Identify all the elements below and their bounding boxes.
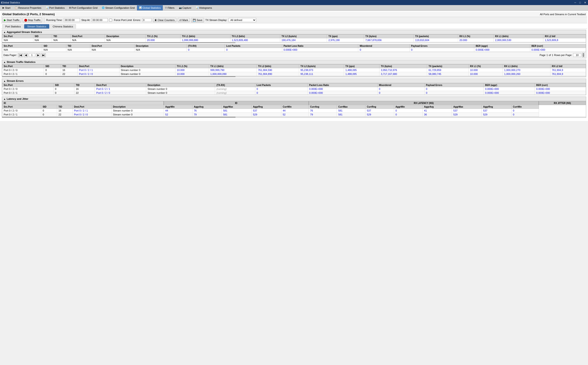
- page-subtitle: All Ports and Streams in Current Testbed: [540, 13, 586, 16]
- se-row2-ber-aggr: 0.000E+000: [484, 91, 535, 95]
- stream-errors-section-header[interactable]: ▲ Stream Errors: [2, 79, 586, 83]
- tab-resource-label: Resource Properties: [18, 7, 41, 9]
- se-row2-src-port: Port 0 / 2 / 1: [2, 91, 54, 95]
- se-row1-txrx: (running): [215, 87, 255, 91]
- latency-scroll[interactable]: ID ID RX LATENCY (NS) RX JITTER (NS) Src…: [2, 101, 586, 117]
- lat-row2-aggr-rng: 529: [251, 113, 281, 117]
- tab-filters[interactable]: ▽ Filters: [163, 5, 177, 10]
- maximize-btn[interactable]: □: [578, 1, 582, 4]
- pager-first-btn[interactable]: |◀: [18, 53, 23, 57]
- stream-errors-scroll[interactable]: Src.Port SID TID Dest.Port Description (…: [2, 83, 586, 95]
- save-button[interactable]: 💾 Save: [191, 18, 204, 22]
- st-row2-dest-port[interactable]: Port 0 / 2 / 0: [78, 72, 119, 76]
- stream-traffic-scroll[interactable]: Src.Port SID TID Dest.Port Description T…: [2, 64, 586, 76]
- aggregated-section: ▲ Aggregated Stream Statistics Src.Port …: [2, 30, 586, 58]
- tab-start[interactable]: ▶ Start: [0, 5, 13, 10]
- table-row: Port 0 / 2 / 0 0 16 Port 0 / 2 / 1 Strea…: [2, 109, 586, 113]
- col-tx-packets: TX (packets): [414, 35, 458, 38]
- lat-row2-src-port: Port 0 / 2 / 1: [2, 113, 41, 117]
- sub-tab-chimera-label: Chimera Statistics: [53, 25, 73, 28]
- sub-tab-stream-statistics[interactable]: Stream Statistics: [24, 24, 49, 28]
- se-col-tid: TID: [74, 84, 95, 87]
- clear-counters-button[interactable]: 🖩 Clear Counters: [153, 18, 176, 22]
- se-col-lost-packets: Lost Packets: [255, 84, 308, 87]
- st-row1-rx-l2-bit: 761,904,9: [550, 68, 586, 72]
- tab-global-statistics[interactable]: 📊 Global Statistics: [137, 5, 163, 10]
- aggregated-section-header[interactable]: ▲ Aggregated Stream Statistics: [2, 30, 586, 34]
- start-tab-icon: ▶: [3, 7, 4, 9]
- se-row2-txrx: (running): [215, 91, 255, 95]
- col-tx-bytes: TX (bytes): [364, 35, 414, 38]
- col-rx-l1-bits: RX L1 (bit/s): [494, 35, 543, 38]
- tab-bar: ▶ Start 📋 Resource Properties 📊 Port Sta…: [0, 5, 588, 11]
- tab-stream-config-grid[interactable]: 🌐 Stream Configuration Grid: [100, 5, 137, 10]
- se-row2-dest-port[interactable]: Port 0 / 2 / 0: [95, 91, 146, 95]
- tab-resource-properties[interactable]: 📋 Resource Properties: [13, 5, 43, 10]
- errors-input[interactable]: [142, 18, 151, 22]
- col2-txrx: (TX-RX): [186, 44, 225, 48]
- lat-row2-curr-rng: 529: [365, 113, 394, 117]
- title-bar-text: Global Statistics: [2, 1, 20, 4]
- minimize-btn[interactable]: ─: [574, 1, 577, 4]
- start-traffic-button[interactable]: ▶ Start Traffic: [2, 18, 21, 22]
- save-icon: 💾: [193, 19, 196, 22]
- tab-histograms[interactable]: 📊 Histograms: [194, 5, 214, 10]
- sub-tab-chimera-statistics[interactable]: Chimera Statistics: [50, 24, 76, 28]
- tab-port-config-grid[interactable]: ⊞ Port Configuration Grid: [67, 5, 100, 10]
- lat-row1-jit-curr-min: 0: [511, 109, 539, 113]
- cell-tx-bytes: 7,667,878,656: [364, 38, 414, 42]
- lat-row2-aggr-max: 581: [222, 113, 251, 117]
- latency-scrollbar[interactable]: [2, 117, 586, 118]
- tab-capture[interactable]: 📷 Capture: [177, 5, 193, 10]
- stream-traffic-section: ▲ Stream Traffic Statistics Src.Port SID…: [2, 60, 586, 77]
- st-col-dest-port: Dest.Port: [78, 64, 119, 68]
- pager-page-input[interactable]: [29, 53, 35, 57]
- stream-traffic-collapse-icon: ▲: [3, 61, 6, 63]
- aggregated-table1-scroll[interactable]: Src.Port SID TID Dest.Port Description T…: [2, 34, 586, 42]
- aggregated-table2-scroll[interactable]: Src.Port SID TID Dest.Port Description (…: [2, 44, 586, 52]
- tab-port-config-label: Port Configuration Grid: [72, 7, 98, 9]
- lat-row2-dest-port[interactable]: Port 0 / 2 / 0: [73, 113, 111, 117]
- col2-tid: TID: [66, 44, 90, 48]
- se-row1-payload-errors: 0: [424, 87, 484, 91]
- se-row1-dest-port[interactable]: Port 0 / 2 / 1: [95, 87, 146, 91]
- pager-prev-btn[interactable]: ◀: [24, 53, 28, 57]
- filters-tab-icon: ▽: [165, 7, 167, 9]
- st-row1-dest-port[interactable]: Port 0 / 2 / 1: [78, 68, 119, 72]
- pager-current-page: 1: [546, 54, 548, 56]
- table-row: Port 0 / 2 / 0 0 16 Port 0 / 2 / 1 Strea…: [2, 68, 586, 72]
- rows-up-btn[interactable]: ▲: [582, 53, 585, 55]
- lat-header-id: ID: [2, 101, 164, 105]
- col2-src-port: Src.Port: [2, 44, 42, 48]
- lat-row2-curr-avg: 79: [309, 113, 337, 117]
- st-row2-tx-packets: 58,080,745: [427, 72, 469, 76]
- se-row2-lost-packets: 0: [255, 91, 308, 95]
- sub-tab-port-statistics[interactable]: Port Statistics: [2, 24, 24, 28]
- stop-traffic-button[interactable]: ⬤ Stop Traffic: [23, 18, 42, 22]
- stream-traffic-table: Src.Port SID TID Dest.Port Description T…: [2, 64, 586, 76]
- running-time-input[interactable]: [64, 18, 80, 22]
- rows-down-btn[interactable]: ▼: [582, 55, 585, 57]
- latency-section-header[interactable]: ▲ Latency and Jitter: [2, 97, 586, 101]
- stream-traffic-scrollbar[interactable]: [2, 76, 586, 77]
- data-pager: Data Pager: |◀ ◀ ▶ ▶| Page 1 of 1 Rows p…: [2, 52, 586, 58]
- pager-next-btn[interactable]: ▶: [36, 53, 40, 57]
- stop-at-input[interactable]: [92, 18, 108, 22]
- st-row1-sid: 0: [44, 68, 61, 72]
- mark-button[interactable]: 🏷 Mark: [178, 18, 190, 22]
- lat-row2-aggr-min: 52: [164, 113, 192, 117]
- tab-port-statistics[interactable]: 📊 Port Statistics: [44, 5, 67, 10]
- latency-collapse-icon: ▲: [3, 98, 6, 100]
- se-row2-pkt-loss-ratio: 0.000E+000: [308, 91, 377, 95]
- close-btn[interactable]: ✕: [583, 1, 587, 4]
- stream-traffic-section-header[interactable]: ▲ Stream Traffic Statistics: [2, 60, 586, 64]
- lat-row1-dest-port[interactable]: Port 0 / 2 / 1: [73, 109, 111, 113]
- pager-last-btn[interactable]: ▶|: [41, 53, 46, 57]
- lat-row2-curr-max: 581: [337, 113, 365, 117]
- tx-stream-display-select[interactable]: All defined: [229, 18, 256, 22]
- capture-tab-icon: 📷: [179, 7, 182, 9]
- page-title: Global Statistics (2 Ports, 2 Streams): [2, 13, 55, 16]
- pager-rows-per-page-input[interactable]: [573, 53, 581, 57]
- force-port-limit-checkbox[interactable]: [109, 19, 112, 22]
- toolbar-separator-1: [44, 18, 44, 22]
